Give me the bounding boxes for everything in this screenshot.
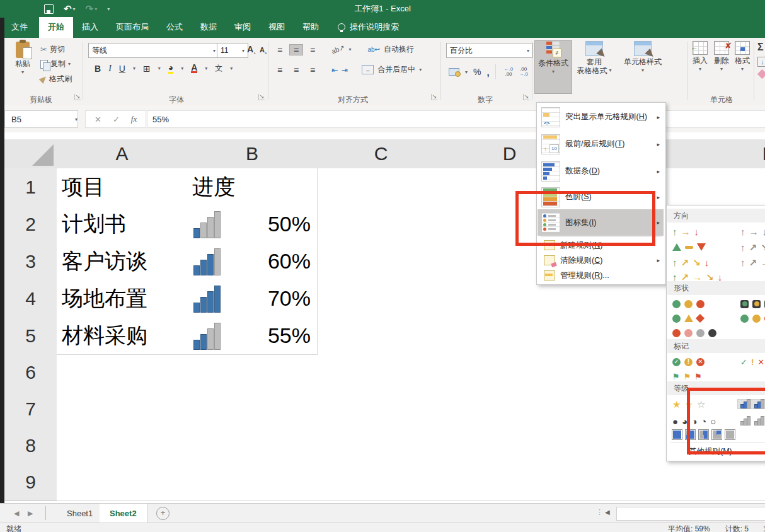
cut-button[interactable]: ✂剪切 <box>40 44 65 55</box>
font-dialog-launcher[interactable]: ↘ <box>258 94 265 100</box>
grow-font-button[interactable]: A˲ <box>247 44 256 54</box>
cell-B3[interactable]: 60% <box>187 243 318 280</box>
menu-item-8[interactable]: 管理规则(R)... <box>538 268 664 283</box>
customize-qat-button[interactable]: ▾ <box>107 6 110 12</box>
menu-item-1[interactable]: <>突出显示单元格规则(H)▸ <box>538 103 664 130</box>
icon-set-row[interactable] <box>667 297 765 311</box>
underline-button[interactable]: U <box>119 64 125 74</box>
row-header-9[interactable]: 9 <box>4 464 57 501</box>
tab-review[interactable]: 审阅 <box>226 17 260 38</box>
row-header-8[interactable]: 8 <box>4 427 57 465</box>
cell-D7[interactable] <box>445 391 575 428</box>
icon-set-option[interactable] <box>667 243 738 251</box>
icon-set-option[interactable] <box>738 315 765 323</box>
borders-button[interactable]: ⊞ <box>143 64 151 74</box>
fill-button[interactable]: ↓ <box>757 57 765 67</box>
format-cells-button[interactable]: ↔ 格式 ▾ <box>733 41 752 74</box>
icon-set-option[interactable]: ✓!✕ <box>667 358 738 366</box>
sheet-nav-next[interactable]: ▶ <box>28 509 33 518</box>
italic-button[interactable]: I <box>108 64 112 74</box>
wrap-text-button[interactable]: 自动换行 <box>384 44 414 55</box>
icon-set-option[interactable]: ↑→↓ <box>667 227 738 236</box>
tab-view[interactable]: 视图 <box>260 17 294 38</box>
enter-icon[interactable]: ✓ <box>113 115 120 124</box>
decrease-indent-button[interactable]: ⇤ <box>331 66 338 74</box>
icon-set-option[interactable] <box>667 329 738 337</box>
cell-B1[interactable]: 进度 <box>187 168 318 206</box>
menu-item-2[interactable]: 10↑最前/最后规则(T)▸ <box>538 130 664 158</box>
row-header-3[interactable]: 3 <box>4 243 57 280</box>
sheet-tab-sheet1[interactable]: Sheet1 <box>57 504 103 523</box>
cell-B8[interactable] <box>187 427 318 465</box>
align-right-button[interactable]: ≡ <box>306 65 319 75</box>
undo-button[interactable]: ↶▾ <box>64 3 76 14</box>
hscroll-left-arrow[interactable]: ◀ <box>605 509 610 516</box>
font-color-button[interactable]: A <box>191 64 197 73</box>
sheet-tab-sheet2[interactable]: Sheet2 <box>100 504 147 524</box>
cell-E9[interactable] <box>574 464 705 501</box>
decrease-decimal-button[interactable]: .00→.0 <box>519 67 528 77</box>
icon-set-option[interactable]: ⚑⚑⚑ <box>667 373 738 381</box>
increase-indent-button[interactable]: ⇥ <box>342 66 348 74</box>
icon-set-row[interactable]: ↑↗↘↓↑↗→ <box>667 255 765 269</box>
cell-D9[interactable] <box>445 464 575 501</box>
cell-styles-button[interactable]: 单元格样式 ▾ <box>618 41 668 75</box>
cell-C7[interactable] <box>317 391 446 428</box>
cell-C3[interactable] <box>317 243 446 280</box>
tab-data[interactable]: 数据 <box>192 17 226 38</box>
icon-set-option[interactable]: ↑→↓ <box>738 227 765 236</box>
menu-item-3[interactable]: 数据条(D)▸ <box>538 158 664 185</box>
alignment-dialog-launcher[interactable]: ↘ <box>431 94 437 100</box>
status-average[interactable]: 平均值: 59% <box>668 524 710 532</box>
merge-center-button[interactable]: 合并后居中 <box>377 64 415 75</box>
column-header-B[interactable]: B <box>187 139 318 169</box>
icon-set-option[interactable] <box>667 300 738 308</box>
icon-set-option[interactable]: ↑↗→↘↓ <box>667 272 738 282</box>
percent-style-button[interactable]: % <box>473 67 481 77</box>
autosum-button[interactable]: Σ <box>757 42 764 53</box>
cell-C5[interactable] <box>317 317 446 355</box>
tab-formulas[interactable]: 公式 <box>158 17 192 38</box>
cancel-icon[interactable]: ✕ <box>95 115 101 124</box>
column-header-A[interactable]: A <box>57 139 188 169</box>
format-painter-button[interactable]: 格式刷 <box>40 74 72 84</box>
conditional-formatting-button[interactable]: ≠ 条件格式 ▾ <box>535 41 572 93</box>
cell-B9[interactable] <box>187 464 318 501</box>
save-button[interactable] <box>44 4 54 14</box>
font-size-combo[interactable]: 11▾ <box>217 43 248 58</box>
cell-D8[interactable] <box>445 427 575 465</box>
shrink-font-button[interactable]: A˳ <box>260 46 267 54</box>
number-format-combo[interactable]: 百分比▾ <box>446 43 533 58</box>
tell-me-search[interactable]: 操作说明搜索 <box>338 21 399 38</box>
formula-input[interactable]: 55% <box>147 110 765 128</box>
icon-set-row[interactable] <box>667 326 765 340</box>
number-dialog-launcher[interactable]: ↘ <box>523 94 529 100</box>
cell-C2[interactable] <box>317 205 446 243</box>
bottom-align-button[interactable]: ≡ <box>306 45 319 55</box>
icon-set-row[interactable]: ✓!✕✓!✕ <box>667 355 765 369</box>
column-header-C[interactable]: C <box>317 139 446 169</box>
top-align-button[interactable]: ≡ <box>273 47 286 52</box>
align-left-button[interactable]: ≡ <box>273 65 286 75</box>
accounting-format-button[interactable] <box>449 68 459 76</box>
redo-button[interactable]: ↷▾ <box>86 3 98 14</box>
cell-C1[interactable] <box>317 168 446 206</box>
cell-C4[interactable] <box>317 280 446 318</box>
cell-F9[interactable] <box>704 464 765 501</box>
format-as-table-button[interactable]: 套用 表格格式▾ <box>575 41 613 75</box>
splitter-grip[interactable]: ⋮ <box>596 508 602 516</box>
cell-A2[interactable]: 计划书 <box>57 205 188 243</box>
row-header-4[interactable]: 4 <box>4 280 57 318</box>
column-header-F[interactable]: F <box>704 139 765 169</box>
font-name-combo[interactable]: 等线▾ <box>88 43 219 58</box>
tab-help[interactable]: 帮助 <box>294 17 328 38</box>
bold-button[interactable]: B <box>95 64 101 74</box>
row-header-5[interactable]: 5 <box>4 317 57 355</box>
cell-B6[interactable] <box>187 354 318 391</box>
copy-button[interactable]: 复制▾ <box>40 59 71 69</box>
tab-file[interactable]: 文件 <box>0 17 39 38</box>
icon-set-option[interactable]: ↑↗↘ <box>738 243 765 252</box>
sheet-nav-prev[interactable]: ◀ <box>14 509 19 518</box>
cell-C9[interactable] <box>317 464 446 501</box>
icon-set-option[interactable] <box>738 300 765 308</box>
